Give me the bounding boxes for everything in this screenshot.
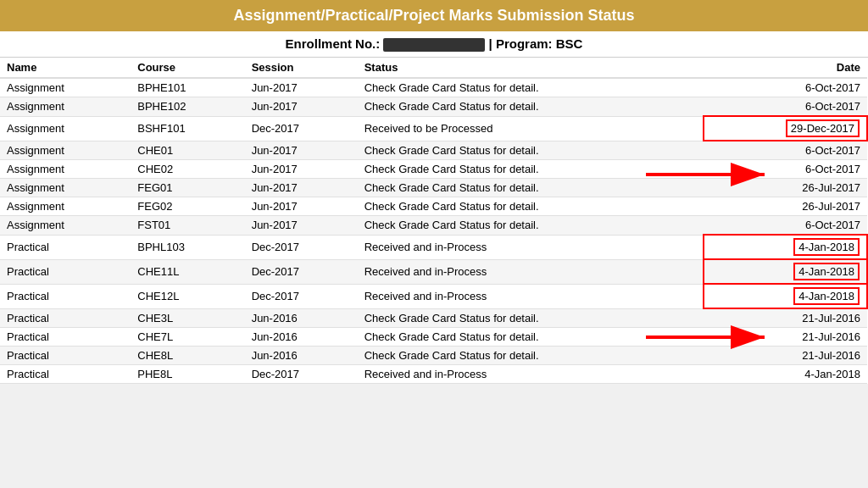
table-row: AssignmentFEG01Jun-2017Check Grade Card …	[0, 179, 867, 197]
cell-course: BPHL103	[131, 235, 244, 259]
cell-name: Practical	[0, 347, 131, 365]
cell-session: Jun-2017	[245, 141, 358, 160]
cell-status: Check Grade Card Status for detail.	[358, 97, 704, 117]
table-row: AssignmentFST01Jun-2017Check Grade Card …	[0, 216, 867, 236]
cell-session: Dec-2017	[245, 365, 358, 384]
col-course: Course	[131, 58, 244, 78]
main-container: Assignment/Practical/Project Marks Submi…	[0, 0, 868, 384]
cell-name: Practical	[0, 284, 131, 308]
cell-name: Assignment	[0, 179, 131, 197]
cell-name: Practical	[0, 308, 131, 328]
table-row: PracticalCHE7LJun-2016Check Grade Card S…	[0, 328, 867, 347]
cell-date: 6-Oct-2017	[704, 97, 867, 117]
col-date: Date	[704, 58, 867, 78]
table-header-row: Name Course Session Status Date	[0, 58, 867, 78]
table-row: PracticalCHE11LDec-2017Received and in-P…	[0, 259, 867, 284]
marks-table: Name Course Session Status Date Assignme…	[0, 58, 868, 384]
table-row: PracticalCHE3LJun-2016Check Grade Card S…	[0, 308, 867, 328]
cell-date: 4-Jan-2018	[704, 284, 867, 308]
cell-date: 21-Jul-2016	[704, 308, 867, 328]
table-row: PracticalCHE8LJun-2016Check Grade Card S…	[0, 347, 867, 365]
table-row: AssignmentCHE02Jun-2017Check Grade Card …	[0, 160, 867, 179]
cell-session: Dec-2017	[245, 235, 358, 259]
cell-course: FEG01	[131, 179, 244, 197]
cell-course: BPHE102	[131, 97, 244, 117]
cell-date: 21-Jul-2016	[704, 328, 867, 347]
cell-session: Jun-2016	[245, 347, 358, 365]
cell-date: 21-Jul-2016	[704, 347, 867, 365]
table-row: PracticalCHE12LDec-2017Received and in-P…	[0, 284, 867, 308]
cell-session: Jun-2017	[245, 78, 358, 97]
page-title: Assignment/Practical/Project Marks Submi…	[0, 0, 868, 31]
cell-date: 6-Oct-2017	[704, 216, 867, 236]
cell-status: Received to be Processed	[358, 116, 704, 141]
cell-course: CHE01	[131, 141, 244, 160]
cell-status: Received and in-Process	[358, 284, 704, 308]
table-row: PracticalBPHL103Dec-2017Received and in-…	[0, 235, 867, 259]
cell-course: CHE7L	[131, 328, 244, 347]
table-row: PracticalPHE8LDec-2017Received and in-Pr…	[0, 365, 867, 384]
cell-session: Jun-2017	[245, 179, 358, 197]
cell-session: Dec-2017	[245, 284, 358, 308]
cell-date: 6-Oct-2017	[704, 141, 867, 160]
cell-status: Check Grade Card Status for detail.	[358, 216, 704, 236]
col-name: Name	[0, 58, 131, 78]
cell-session: Jun-2017	[245, 216, 358, 236]
cell-session: Jun-2017	[245, 160, 358, 179]
cell-course: PHE8L	[131, 365, 244, 384]
table-row: AssignmentCHE01Jun-2017Check Grade Card …	[0, 141, 867, 160]
table-row: AssignmentFEG02Jun-2017Check Grade Card …	[0, 197, 867, 216]
cell-status: Check Grade Card Status for detail.	[358, 308, 704, 328]
cell-course: FEG02	[131, 197, 244, 216]
cell-status: Received and in-Process	[358, 235, 704, 259]
enrollment-label: Enrollment No.:	[286, 36, 381, 51]
cell-name: Assignment	[0, 141, 131, 160]
cell-course: CHE11L	[131, 259, 244, 284]
cell-course: BSHF101	[131, 116, 244, 141]
cell-date: 26-Jul-2017	[704, 179, 867, 197]
cell-course: CHE3L	[131, 308, 244, 328]
cell-session: Jun-2016	[245, 308, 358, 328]
cell-name: Practical	[0, 365, 131, 384]
cell-course: CHE02	[131, 160, 244, 179]
cell-status: Check Grade Card Status for detail.	[358, 197, 704, 216]
cell-status: Check Grade Card Status for detail.	[358, 78, 704, 97]
cell-status: Check Grade Card Status for detail.	[358, 328, 704, 347]
cell-name: Practical	[0, 259, 131, 284]
cell-course: CHE12L	[131, 284, 244, 308]
table-row: AssignmentBPHE101Jun-2017Check Grade Car…	[0, 78, 867, 97]
cell-status: Received and in-Process	[358, 259, 704, 284]
cell-name: Practical	[0, 328, 131, 347]
cell-name: Assignment	[0, 160, 131, 179]
cell-session: Jun-2016	[245, 328, 358, 347]
cell-date: 4-Jan-2018	[704, 259, 867, 284]
cell-name: Practical	[0, 235, 131, 259]
cell-status: Check Grade Card Status for detail.	[358, 141, 704, 160]
program-label: | Program: BSC	[489, 36, 583, 51]
cell-status: Received and in-Process	[358, 365, 704, 384]
cell-date: 6-Oct-2017	[704, 160, 867, 179]
cell-name: Assignment	[0, 216, 131, 236]
cell-session: Jun-2017	[245, 197, 358, 216]
cell-status: Check Grade Card Status for detail.	[358, 160, 704, 179]
enrollment-masked	[383, 38, 485, 52]
cell-date: 4-Jan-2018	[704, 365, 867, 384]
enrollment-bar: Enrollment No.: | Program: BSC	[0, 31, 868, 58]
table-row: AssignmentBPHE102Jun-2017Check Grade Car…	[0, 97, 867, 117]
cell-status: Check Grade Card Status for detail.	[358, 179, 704, 197]
col-status: Status	[358, 58, 704, 78]
cell-session: Dec-2017	[245, 116, 358, 141]
cell-date: 6-Oct-2017	[704, 78, 867, 97]
col-session: Session	[245, 58, 358, 78]
cell-name: Assignment	[0, 97, 131, 117]
cell-course: BPHE101	[131, 78, 244, 97]
cell-course: FST01	[131, 216, 244, 236]
cell-name: Assignment	[0, 197, 131, 216]
cell-status: Check Grade Card Status for detail.	[358, 347, 704, 365]
cell-name: Assignment	[0, 116, 131, 141]
cell-course: CHE8L	[131, 347, 244, 365]
cell-date: 29-Dec-2017	[704, 116, 867, 141]
table-row: AssignmentBSHF101Dec-2017Received to be …	[0, 116, 867, 141]
cell-date: 26-Jul-2017	[704, 197, 867, 216]
cell-date: 4-Jan-2018	[704, 235, 867, 259]
